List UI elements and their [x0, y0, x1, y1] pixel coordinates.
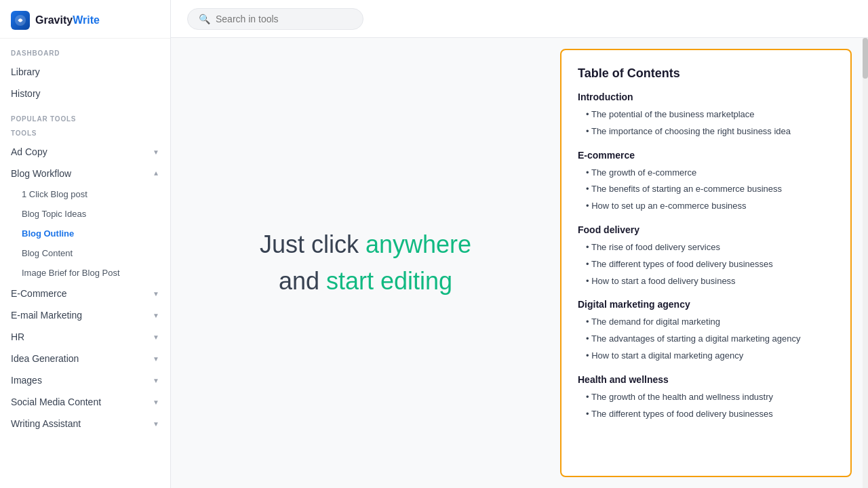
toc-item: The growth of e-commerce: [578, 165, 834, 182]
toc-item: The importance of choosing the right bus…: [578, 123, 834, 140]
toc-item: The different types of food delivery bus…: [578, 256, 834, 273]
sidebar-item-ad-copy[interactable]: Ad Copy ▼: [0, 141, 170, 163]
toc-item: The demand for digital marketing: [578, 314, 834, 331]
sidebar-item-library[interactable]: Library: [0, 61, 170, 83]
sidebar-item-blog-outline[interactable]: Blog Outline: [0, 224, 170, 243]
chevron-icon: ▼: [153, 333, 159, 341]
topbar: 🔍: [171, 0, 868, 38]
chevron-icon: ▼: [153, 290, 159, 298]
toc-item: How to start a food delivery business: [578, 273, 834, 290]
toc-item: The benefits of starting an e-commerce b…: [578, 181, 834, 198]
popular-tools-label: POPULAR TOOLS: [0, 104, 170, 127]
chevron-icon: ▼: [153, 420, 159, 428]
logo-icon: [11, 11, 30, 30]
tools-label: TOOLS: [0, 127, 170, 141]
scrollbar-thumb[interactable]: [863, 38, 868, 79]
toc-section-food-delivery: Food delivery: [578, 224, 834, 235]
logo-text: GravityWrite: [35, 14, 100, 26]
sidebar-item-blog-workflow[interactable]: Blog Workflow ▼: [0, 163, 170, 184]
editor-area[interactable]: Just click anywhere and start editing: [171, 38, 560, 488]
toc-item: The potential of the business marketplac…: [578, 106, 834, 123]
chevron-icon: ▼: [153, 355, 159, 363]
search-input[interactable]: [216, 14, 352, 24]
dashboard-section-label: DASHBOARD: [0, 39, 170, 61]
chevron-icon: ▼: [153, 170, 159, 178]
toc-section-introduction: Introduction: [578, 92, 834, 102]
sidebar-item-blog-content[interactable]: Blog Content: [0, 243, 170, 263]
sidebar-item-hr[interactable]: HR ▼: [0, 326, 170, 348]
scrollbar-track[interactable]: [863, 38, 868, 488]
search-box[interactable]: 🔍: [187, 8, 363, 30]
search-icon: 🔍: [199, 14, 210, 24]
toc-item: How to start a digital marketing agency: [578, 348, 834, 365]
toc-section-ecommerce: E-commerce: [578, 150, 834, 161]
toc-title: Table of Contents: [578, 66, 834, 81]
sidebar: GravityWrite DASHBOARD Library History P…: [0, 0, 171, 488]
editor-prompt: Just click anywhere and start editing: [260, 226, 471, 300]
toc-item: The different types of food delivery bus…: [578, 406, 834, 423]
sidebar-item-blog-topic-ideas[interactable]: Blog Topic Ideas: [0, 204, 170, 224]
sidebar-item-image-brief[interactable]: Image Brief for Blog Post: [0, 263, 170, 283]
chevron-icon: ▼: [153, 148, 159, 156]
sidebar-item-ecommerce[interactable]: E-Commerce ▼: [0, 283, 170, 304]
chevron-icon: ▼: [153, 377, 159, 384]
toc-item: The growth of the health and wellness in…: [578, 389, 834, 406]
sidebar-item-email-marketing[interactable]: E-mail Marketing ▼: [0, 304, 170, 326]
logo: GravityWrite: [0, 0, 170, 39]
chevron-icon: ▼: [153, 399, 159, 406]
toc-item: The rise of food delivery services: [578, 239, 834, 256]
sidebar-item-history[interactable]: History: [0, 83, 170, 104]
toc-item: How to set up an e-commerce business: [578, 198, 834, 215]
main-content: Just click anywhere and start editing Ta…: [171, 38, 868, 488]
toc-panel: Table of Contents Introduction The poten…: [560, 49, 852, 477]
sidebar-item-1click-blog[interactable]: 1 Click Blog post: [0, 184, 170, 204]
sidebar-item-idea-generation[interactable]: Idea Generation ▼: [0, 348, 170, 369]
sidebar-item-images[interactable]: Images ▼: [0, 369, 170, 391]
toc-item: The advantages of starting a digital mar…: [578, 331, 834, 348]
sidebar-item-writing-assistant[interactable]: Writing Assistant ▼: [0, 413, 170, 434]
sidebar-item-social-media[interactable]: Social Media Content ▼: [0, 391, 170, 413]
chevron-icon: ▼: [153, 312, 159, 319]
toc-section-digital-marketing: Digital marketing agency: [578, 299, 834, 310]
toc-section-health-wellness: Health and wellness: [578, 374, 834, 385]
